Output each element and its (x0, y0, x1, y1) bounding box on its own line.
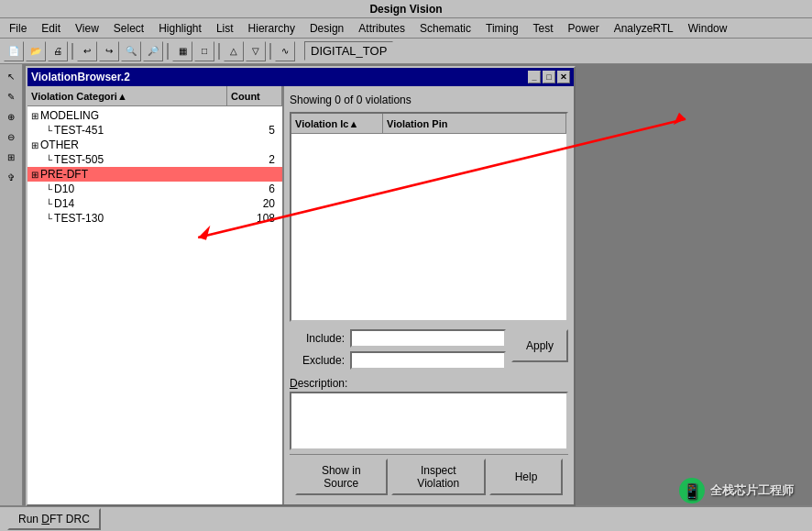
title-bar: Design Vision (0, 0, 812, 18)
toolbar-btn-search[interactable]: 🔍 (121, 41, 141, 61)
expand-test505: └ (46, 155, 52, 165)
toolbar-btn-zoom[interactable]: 🔎 (143, 41, 163, 61)
expand-test451: └ (46, 126, 52, 136)
expand-predft: ⊞ (31, 170, 38, 180)
tree-label-modeling: MODELING (40, 109, 99, 122)
menu-hierarchy[interactable]: Hierarchy (243, 20, 301, 37)
desc-box (290, 392, 568, 450)
menu-view[interactable]: View (70, 20, 104, 37)
tree-item-d10[interactable]: └ D10 6 (27, 182, 282, 196)
tree-item-predft[interactable]: ⊞ PRE-DFT (27, 167, 282, 182)
tree-item-test505[interactable]: └ TEST-505 2 (27, 152, 282, 167)
watermark-text: 全栈芯片工程师 (710, 482, 794, 499)
violations-table-header: Violation Ic▲ Violation Pin (291, 114, 566, 134)
tree-count-d10: 6 (269, 183, 282, 195)
menu-select[interactable]: Select (108, 20, 149, 37)
left-tools: ↖ ✎ ⊕ ⊖ ⊞ ✞ (0, 64, 23, 531)
vb-maximize-btn[interactable]: □ (543, 71, 555, 83)
desc-label-text: D (290, 377, 298, 390)
tree-label-predft: PRE-DFT (40, 168, 88, 181)
tree-count-test451: 5 (269, 124, 282, 137)
tool-arrow[interactable]: ↖ (3, 68, 19, 84)
filter-exclude-row: Exclude: (290, 351, 506, 370)
toolbar-btn-wave[interactable]: ∿ (275, 41, 295, 61)
menu-design[interactable]: Design (304, 20, 349, 37)
toolbar-btn-new[interactable]: 📄 (4, 41, 24, 61)
menu-file[interactable]: File (4, 20, 32, 37)
expand-d10: └ (46, 184, 52, 194)
tree-label-test130: TEST-130 (54, 212, 104, 225)
toolbar-btn-print[interactable]: 🖨 (48, 41, 68, 61)
vb-tree-panel: Violation Categori▲ Count ⊞ MODELING └ T… (27, 86, 284, 504)
vt-col-pin[interactable]: Violation Pin (383, 114, 566, 133)
tree-item-modeling[interactable]: ⊞ MODELING (27, 108, 282, 123)
tool-zoom-out[interactable]: ⊖ (3, 128, 19, 145)
tree-col-count[interactable]: Count (227, 86, 282, 105)
violation-browser-window: ViolationBrowser.2 _ □ ✕ Violation Categ… (26, 66, 576, 506)
menu-edit[interactable]: Edit (36, 20, 66, 37)
menu-window[interactable]: Window (683, 20, 733, 37)
app-title: Design Vision (4, 3, 808, 16)
menu-highlight[interactable]: Highlight (153, 20, 207, 37)
run-dft-drc-button[interactable]: Run DFT DRC (7, 508, 101, 530)
tree-label-other: OTHER (40, 138, 79, 151)
tree-label-d10: D10 (54, 183, 74, 195)
toolbar-btn-select[interactable]: □ (194, 41, 214, 61)
vb-title-controls: _ □ ✕ (528, 71, 570, 83)
filter-exclude-input[interactable] (350, 351, 506, 370)
filter-include-input[interactable] (350, 329, 506, 348)
tree-col-category[interactable]: Violation Categori▲ (27, 86, 227, 105)
violations-table-body (291, 134, 566, 320)
toolbar-separator-4 (269, 43, 271, 60)
vt-col-id[interactable]: Violation Ic▲ (291, 114, 383, 133)
tool-edit[interactable]: ✎ (3, 88, 19, 105)
tree-item-test451[interactable]: └ TEST-451 5 (27, 123, 282, 138)
tool-zoom-in[interactable]: ⊕ (3, 108, 19, 125)
vb-close-btn[interactable]: ✕ (557, 71, 570, 83)
vb-tree-body[interactable]: ⊞ MODELING └ TEST-451 5 ⊞ OTHER (27, 106, 282, 504)
menu-bar: File Edit View Select Highlight List Hie… (0, 18, 812, 39)
menu-analyzertl[interactable]: AnalyzeRTL (609, 20, 679, 37)
toolbar-btn-redo[interactable]: ↪ (99, 41, 119, 61)
toolbar-btn-hier[interactable]: △ (224, 41, 244, 61)
tree-label-test451: TEST-451 (54, 124, 104, 137)
menu-power[interactable]: Power (563, 20, 605, 37)
show-in-source-button[interactable]: Show in Source (295, 459, 388, 495)
expand-d14: └ (46, 199, 52, 209)
tree-item-other[interactable]: ⊞ OTHER (27, 138, 282, 152)
tree-item-d14[interactable]: └ D14 20 (27, 196, 282, 211)
toolbar-btn-undo[interactable]: ↩ (77, 41, 97, 61)
tree-count-test130: 108 (257, 212, 282, 225)
tool-zoom-fit[interactable]: ⊞ (3, 149, 19, 165)
menu-timing[interactable]: Timing (480, 20, 524, 37)
run-dft-underline: D (41, 513, 49, 525)
help-button[interactable]: Help (489, 459, 563, 495)
tree-count-test505: 2 (269, 153, 282, 166)
toolbar-btn-open[interactable]: 📂 (26, 41, 46, 61)
run-dft-label: Run (18, 513, 41, 525)
watermark-icon: 📱 (679, 478, 705, 503)
vb-minimize-btn[interactable]: _ (528, 71, 541, 83)
tree-item-test130[interactable]: └ TEST-130 108 (27, 211, 282, 226)
toolbar-separator-2 (167, 43, 169, 60)
vb-right-panel: Showing 0 of 0 violations Violation Ic▲ … (284, 86, 574, 504)
watermark: 📱 全栈芯片工程师 (679, 478, 794, 503)
toolbar-btn-flat[interactable]: ▽ (246, 41, 266, 61)
menu-attributes[interactable]: Attributes (353, 20, 411, 37)
svg-marker-2 (674, 113, 686, 125)
toolbar-btn-fit[interactable]: ▦ (172, 41, 192, 61)
inspect-violation-button[interactable]: Inspect Violation (391, 459, 486, 495)
tool-pan[interactable]: ✞ (3, 169, 19, 185)
main-area: ↖ ✎ ⊕ ⊖ ⊞ ✞ ViolationBrowser.2 _ □ ✕ Vio… (0, 64, 812, 531)
toolbar-separator-3 (218, 43, 220, 60)
menu-test[interactable]: Test (528, 20, 559, 37)
filter-include-row: Include: (290, 329, 506, 348)
vb-content: Violation Categori▲ Count ⊞ MODELING └ T… (27, 86, 574, 504)
vb-title-text: ViolationBrowser.2 (31, 71, 528, 83)
tree-label-d14: D14 (54, 197, 74, 210)
desc-label-rest: escription: (298, 377, 348, 390)
apply-button[interactable]: Apply (511, 329, 568, 362)
menu-list[interactable]: List (211, 20, 239, 37)
showing-label: Showing 0 of 0 violations (290, 92, 568, 108)
menu-schematic[interactable]: Schematic (414, 20, 477, 37)
